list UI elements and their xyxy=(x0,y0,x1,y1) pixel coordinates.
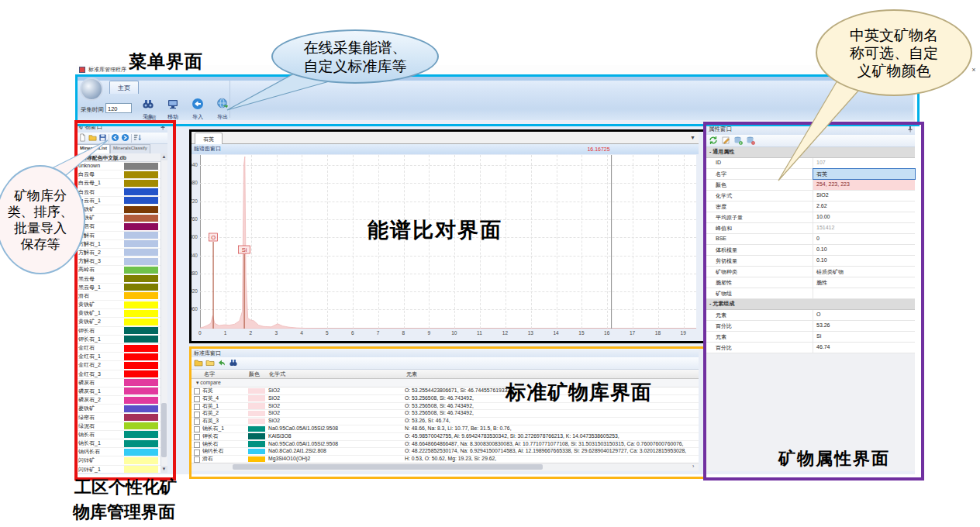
mineral-list-item[interactable]: 闪锌矿 xyxy=(77,456,160,465)
pin-icon[interactable] xyxy=(160,123,166,132)
close-button[interactable]: × xyxy=(968,66,980,74)
mineral-list-item[interactable]: 金红石_2 xyxy=(77,361,160,370)
row-checkbox[interactable] xyxy=(194,442,200,448)
export-button[interactable]: 导出 xyxy=(211,98,234,119)
row-checkbox[interactable] xyxy=(194,396,200,402)
property-row[interactable]: 矿物组 xyxy=(706,288,915,299)
mineral-list-item[interactable]: 黄铁矿 xyxy=(77,301,160,309)
property-row[interactable]: 元素Si xyxy=(706,332,915,343)
property-row[interactable]: 名字石英 xyxy=(706,169,915,180)
sort-icon[interactable] xyxy=(133,131,142,145)
mineral-list-item[interactable]: 方解石_3 xyxy=(77,257,160,266)
row-checkbox[interactable] xyxy=(194,450,200,456)
col-formula[interactable]: 化学式 xyxy=(269,370,285,378)
property-value[interactable]: 硅质类矿物 xyxy=(813,267,915,277)
property-row[interactable]: 百分比53.26 xyxy=(706,321,915,332)
table-row[interactable]: 钠长石_1Na0.95Ca0.05Al1.05Si2.9508N: 48.66,… xyxy=(192,425,699,433)
row-checkbox[interactable] xyxy=(194,388,200,394)
property-row[interactable]: 体积模量0.10 xyxy=(706,245,915,256)
mineral-list-item[interactable]: 磷灰石_1 xyxy=(77,388,160,396)
refresh-icon[interactable] xyxy=(709,134,718,148)
col-name[interactable]: 名字 xyxy=(204,370,215,378)
property-group-header[interactable]: - 元素组成 xyxy=(706,299,915,310)
property-group-header[interactable]: - 通用属性 xyxy=(706,147,915,158)
property-value[interactable]: 石英 xyxy=(813,169,915,179)
mineral-list-item[interactable]: 滑石 xyxy=(77,292,160,301)
library-hscroll-thumb[interactable] xyxy=(233,464,543,470)
property-value[interactable]: 46.74 xyxy=(813,343,915,353)
prev-mineral-icon[interactable] xyxy=(111,131,119,145)
next-mineral-icon[interactable] xyxy=(121,131,129,145)
col-elements[interactable]: 元素 xyxy=(406,370,417,378)
mineral-list-item[interactable]: 白云石 xyxy=(77,188,160,197)
mineral-list-item[interactable]: 方解石 xyxy=(77,232,160,240)
table-row[interactable]: 滑石Mg3Si4O10(OH)2H: 0.53, O: 50.62, Mg: 1… xyxy=(192,456,699,463)
chevron-down-icon[interactable]: ▼ xyxy=(690,135,695,140)
property-row[interactable]: 元素O xyxy=(706,310,915,321)
property-value[interactable]: 10.00 xyxy=(813,212,915,222)
row-checkbox[interactable] xyxy=(194,456,200,463)
mineral-list-item[interactable]: 钠长石 xyxy=(77,431,160,439)
mineral-list-item[interactable]: 钾长石 xyxy=(77,327,160,336)
mineral-list-item[interactable]: 黑云母 xyxy=(77,274,160,283)
table-row[interactable]: 钾长石KAlSi3O8O: 45.98570042755, Al: 9.6942… xyxy=(192,433,699,441)
row-checkbox[interactable] xyxy=(194,418,200,425)
property-value[interactable]: 脆性 xyxy=(813,277,915,288)
mineral-list-item[interactable]: 白云母 xyxy=(77,170,160,179)
property-row[interactable]: 密度2.62 xyxy=(706,202,915,212)
row-checkbox[interactable] xyxy=(194,412,200,418)
mineral-list-item[interactable]: 赤铁矿 xyxy=(77,205,160,214)
mineral-list-item[interactable]: 磷灰石_2 xyxy=(77,396,160,405)
mineral-list-item[interactable]: 钠钙长石 xyxy=(77,448,160,456)
mineral-list-item[interactable]: unknown xyxy=(77,162,160,170)
property-value[interactable] xyxy=(813,288,915,298)
property-value[interactable]: 2.62 xyxy=(813,202,915,212)
property-value[interactable]: 0.10 xyxy=(813,245,915,255)
property-value[interactable]: O xyxy=(813,310,915,320)
table-row[interactable]: 石英_3SiO2O: 53.26, Si: 46.74, xyxy=(192,418,699,425)
property-value[interactable]: 53.26 xyxy=(813,321,915,331)
property-row[interactable]: 化学式SiO2 xyxy=(706,191,915,202)
edit-pencil-icon[interactable] xyxy=(721,134,730,148)
database-remove-icon[interactable] xyxy=(746,134,755,148)
property-value[interactable]: 254, 223, 223 xyxy=(813,180,915,190)
property-row[interactable]: 颜色254, 223, 223 xyxy=(706,180,915,191)
mineral-list-item[interactable]: 方解石_1 xyxy=(77,240,160,249)
mineral-list-item[interactable]: 白云母_1 xyxy=(77,179,160,188)
row-checkbox[interactable] xyxy=(194,434,200,440)
mineral-list-item[interactable]: 磷灰石 xyxy=(77,379,160,388)
folder-icon[interactable] xyxy=(205,356,215,370)
mineral-list-item[interactable]: 高岭石 xyxy=(77,266,160,274)
import-button[interactable]: 导入 xyxy=(186,98,209,119)
row-checkbox[interactable] xyxy=(194,404,200,410)
property-row[interactable]: 百分比46.74 xyxy=(706,343,915,353)
tab-minerals-classify[interactable]: MineralsClassify xyxy=(110,144,150,153)
property-value[interactable]: 0 xyxy=(813,234,915,244)
spectrum-tab-quartz[interactable]: 石英 xyxy=(195,133,223,144)
tab-minerals-list[interactable]: MineralsList xyxy=(77,144,110,153)
scroll-right-icon[interactable]: › xyxy=(692,463,694,469)
library-group-row[interactable]: ▾ compare xyxy=(192,379,699,388)
mineral-list-item[interactable]: 黄铁矿_2 xyxy=(77,318,160,326)
mineral-list-item[interactable]: 磁铁矿 xyxy=(77,214,160,222)
mineral-list-item[interactable]: 独居石 xyxy=(77,222,160,231)
property-value[interactable]: 0.10 xyxy=(813,256,915,266)
mineral-list-item[interactable]: 黄铁矿_1 xyxy=(77,309,160,318)
property-value[interactable]: 151412 xyxy=(813,223,915,233)
database-import-icon[interactable] xyxy=(733,134,743,148)
table-row[interactable]: 石英_1SiO2O: 53.256508, Si: 46.743492, xyxy=(192,403,699,411)
property-row[interactable]: 峰值和151412 xyxy=(706,223,915,234)
mineral-list-item[interactable]: 金红石 xyxy=(77,344,160,353)
undo-arrow-icon[interactable] xyxy=(217,356,226,370)
scroll-up-icon[interactable]: ▲ xyxy=(160,153,167,160)
search-binoculars-icon[interactable] xyxy=(229,356,238,370)
row-checkbox[interactable] xyxy=(194,426,200,432)
new-file-icon[interactable] xyxy=(78,131,87,145)
mineral-list-item[interactable]: 绿帘石 xyxy=(77,413,160,422)
mineral-list-item[interactable]: 钾长石_1 xyxy=(77,336,160,344)
property-row[interactable]: 剪切模量0.10 xyxy=(706,256,915,267)
property-row[interactable]: 矿物种类硅质类矿物 xyxy=(706,267,915,277)
property-row[interactable]: 平均原子量10.00 xyxy=(706,212,915,223)
mineral-list-item[interactable]: 方解石_2 xyxy=(77,249,160,257)
mineral-list-item[interactable]: 金红石_1 xyxy=(77,353,160,361)
